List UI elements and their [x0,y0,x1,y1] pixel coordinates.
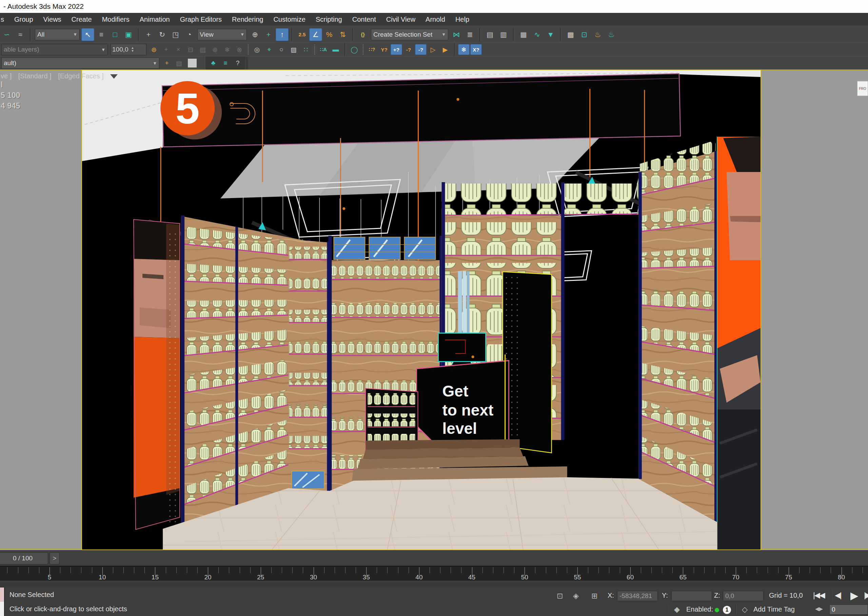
menu-item-views[interactable]: Views [43,16,61,24]
y-coordinate-field[interactable] [671,591,712,601]
render-setup-button[interactable]: ▩ [564,28,577,41]
viewcube[interactable]: FRO [857,81,868,96]
toggle-layer-explorer-button[interactable]: ▥ [497,28,510,41]
schematic-view-button[interactable]: ∿ [531,28,544,41]
unlink-selection-button[interactable]: ∽ [0,28,13,41]
report-document-button[interactable]: ≡ [220,58,231,69]
snap-edge-button[interactable]: -? [415,44,426,55]
texture-checker-button[interactable]: ▨ [288,44,299,55]
select-and-place-button[interactable]: ◔ [183,28,196,41]
frame-spinner[interactable]: ◀▶ [815,606,823,612]
go-to-start-button[interactable]: |◀◀ [813,591,825,600]
reference-coordinate-system-dropdown[interactable]: View▼ [197,29,247,40]
measure-distance-button[interactable]: ▬ [330,44,342,55]
timeline-ruler[interactable]: 5101520253035404550556065707580 [0,566,868,581]
snap-endpoint-button[interactable]: ▶ [439,44,451,55]
angle-snap-toggle-button[interactable]: ∠ [309,28,322,41]
selection-region-icon[interactable]: ⊡ [557,592,563,600]
menu-item-rendering[interactable]: Rendering [232,16,263,24]
forest-vegetation-tool-button[interactable]: ♣ [207,58,219,69]
current-layer-dropdown[interactable]: ault)▼ [2,57,159,69]
window-titlebar[interactable]: - Autodesk 3ds Max 2022 [0,0,868,13]
selection-lock-icon[interactable]: ◈ [573,592,579,600]
current-frame-field[interactable]: 0 [829,605,868,614]
select-and-move-button[interactable]: + [142,28,155,41]
mirror-button[interactable]: ⋈ [450,28,463,41]
viewport-shading-label[interactable]: [Standard ] [18,72,52,80]
hide-layer-button[interactable]: ⊗ [233,44,245,55]
keyboard-shortcut-override-button[interactable]: ↑ [276,28,288,41]
snaps-toggle-button[interactable]: 2.5 [296,28,309,41]
create-new-layer-button[interactable]: + [160,44,172,55]
add-selection-to-current-layer-button[interactable]: ⊟ [185,44,196,55]
manage-layers-button[interactable]: ⊛ [148,44,160,55]
snap-axis-constraint-toggle-button[interactable]: X? [470,44,482,55]
add-time-tag-button[interactable]: Add Time Tag [754,605,795,613]
menu-item-group[interactable]: Group [14,16,33,24]
maxscript-mini-listener[interactable] [0,588,5,616]
placement-helper-button[interactable]: ⌖ [263,44,275,55]
percent-snap-toggle-button[interactable]: % [323,28,336,41]
percent-spinner[interactable]: 100,0▲▼ [111,44,146,55]
select-and-manipulate-button[interactable]: + [262,28,275,41]
safe-frame-scene[interactable]: 5 [81,69,761,550]
menu-item-s[interactable]: s [1,16,4,24]
snap-pivot-button[interactable]: Y? [378,44,390,55]
soft-selection-toggle-button[interactable]: ◯ [349,44,360,55]
menu-item-animation[interactable]: Animation [140,16,170,24]
menu-item-arnold[interactable]: Arnold [426,16,445,24]
menu-item-modifiers[interactable]: Modifiers [102,16,130,24]
toggle-scene-explorer-button[interactable]: ▤ [484,28,497,41]
add-layer-button[interactable]: + [161,58,172,69]
set-current-layer-to-selection-button[interactable]: ⊕ [209,44,221,55]
delete-layer-button[interactable]: × [172,44,184,55]
rendered-frame-window-button[interactable]: ⊡ [578,28,591,41]
window-crossing-toggle-button[interactable]: ▣ [122,28,135,41]
menu-item-scripting[interactable]: Scripting [316,16,342,24]
play-button[interactable]: ▶ [850,589,857,602]
enabled-count-badge[interactable]: 1 [723,606,731,614]
viewport-pov-label[interactable]: ve ] [1,72,11,80]
editable-layers-dropdown[interactable]: able Layers)▼ [2,44,108,55]
paint-objects-button[interactable]: ○ [276,44,287,55]
snap-midpoint-button[interactable]: -? [403,44,414,55]
viewport[interactable]: 5 [0,69,868,550]
snap-face-button[interactable]: ▷ [427,44,439,55]
filter-funnel-icon[interactable] [110,74,118,79]
material-editor-button[interactable]: ▼ [544,28,557,41]
viewport-label[interactable]: ve ] [Standard ] [Edged Faces ] [1,72,122,80]
select-and-rotate-button[interactable]: ↻ [156,28,169,41]
render-activeshade-teapot-button[interactable]: ♨ [605,28,618,41]
align-to-grid-button[interactable]: ∷A [318,44,329,55]
viewport-style-label[interactable]: [Edged Faces ] [58,72,104,80]
z-coordinate-field[interactable]: 0,0 [723,591,763,601]
x-coordinate-field[interactable]: -58348,281 [617,591,658,601]
select-by-name-button[interactable]: ≡ [95,28,108,41]
help-button[interactable]: ? [232,58,243,69]
color-swatch[interactable] [188,59,197,68]
select-objects-in-layer-button[interactable]: ▤ [197,44,208,55]
select-and-scale-button[interactable]: ◳ [169,28,182,41]
snap-grid-points-button[interactable]: ∷? [366,44,378,55]
snap-vertex-button[interactable]: +? [390,44,402,55]
menu-item-help[interactable]: Help [455,16,469,24]
array-tool-button[interactable]: ∷ [300,44,312,55]
menu-item-graph-editors[interactable]: Graph Editors [180,16,222,24]
next-frame-nudge-button[interactable]: > [50,552,60,564]
menu-item-create[interactable]: Create [72,16,92,24]
use-pivot-point-center-button[interactable]: ⊕ [249,28,262,41]
menu-item-customize[interactable]: Customize [273,16,305,24]
next-frame-button[interactable]: |▶ [864,591,868,600]
bind-to-space-warp-button[interactable]: ≈ [14,28,27,41]
selection-filter-dropdown[interactable]: All▼ [35,29,80,40]
isolate-selection-toggle-button[interactable]: ◎ [251,44,263,55]
snap-frozen-toggle-button[interactable]: ❄ [458,44,470,55]
select-object-button[interactable]: ↖ [81,28,94,41]
track-bar[interactable] [0,581,868,588]
edit-named-selection-sets-button[interactable]: {} [356,28,369,41]
time-slider-handle[interactable]: 0 / 100 [0,552,48,564]
menu-item-content[interactable]: Content [352,16,376,24]
align-button[interactable]: ≣ [464,28,476,41]
viewcube-face-label[interactable]: FRO [859,87,866,91]
render-production-teapot-button[interactable]: ♨ [591,28,604,41]
